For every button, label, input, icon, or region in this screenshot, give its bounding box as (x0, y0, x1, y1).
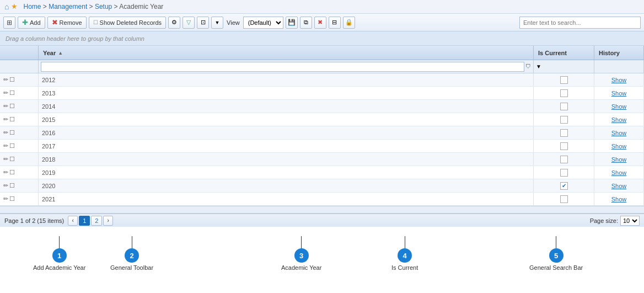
header-year[interactable]: Year ▲ (39, 46, 534, 60)
nav-icons: ⌂ ★ (4, 2, 18, 11)
show-history-link[interactable]: Show (611, 143, 627, 150)
page-size-select[interactable]: 10 (620, 216, 640, 226)
copy-icon-btn[interactable]: ⧉ (300, 17, 312, 29)
history-cell: Show (594, 73, 644, 86)
select-icon[interactable]: ☐ (9, 142, 15, 150)
show-history-link[interactable]: Show (611, 90, 627, 97)
show-history-link[interactable]: Show (611, 103, 627, 110)
select-icon[interactable]: ☐ (9, 195, 15, 203)
iscurrent-checkbox[interactable]: ✔ (560, 182, 568, 190)
iscurrent-cell (534, 193, 594, 205)
dropdown-arrow-btn[interactable]: ▼ (211, 17, 223, 29)
show-deleted-button[interactable]: ☐ Show Deleted Records (89, 17, 167, 29)
search-input[interactable] (519, 17, 641, 29)
iscurrent-checkbox[interactable] (560, 103, 568, 110)
delete-view-icon-btn[interactable]: ✖ (314, 17, 326, 29)
show-history-link[interactable]: Show (611, 116, 627, 123)
year-filter-input[interactable] (41, 62, 524, 72)
iscurrent-checkbox[interactable] (560, 142, 568, 150)
iscurrent-checkbox[interactable] (560, 169, 568, 177)
sort-icon: ▲ (58, 50, 63, 56)
row-actions-cell: ✏ ☐ (0, 126, 39, 139)
annotation-3-label: Academic Year (281, 264, 321, 271)
header-iscurrent[interactable]: Is Current (534, 46, 594, 60)
page-2-button[interactable]: 2 (91, 216, 102, 226)
page-1-button[interactable]: 1 (79, 216, 90, 226)
add-button[interactable]: ✚ Add (18, 17, 45, 29)
save-icon-btn[interactable]: 💾 (286, 17, 298, 29)
iscurrent-cell (534, 126, 594, 139)
page-2-label: 2 (95, 217, 98, 224)
show-history-link[interactable]: Show (611, 196, 627, 203)
breadcrumb-current: Academic Year (119, 3, 163, 10)
iscurrent-filter-dropdown-icon[interactable]: ▼ (536, 63, 541, 70)
filter-icon-btn[interactable]: ▽ (183, 17, 195, 29)
history-cell: Show (594, 166, 644, 179)
show-history-link[interactable]: Show (611, 77, 627, 83)
row-actions-cell: ✏ ☐ (0, 153, 39, 166)
edit-icon[interactable]: ✏ (3, 76, 8, 83)
horizontal-scrollbar[interactable] (0, 206, 644, 214)
year-value: 2019 (42, 169, 55, 176)
table-row: ✏ ☐ 2015 Show (0, 113, 644, 126)
edit-icon[interactable]: ✏ (3, 156, 8, 163)
show-history-link[interactable]: Show (611, 183, 627, 189)
search-area (519, 17, 641, 29)
breadcrumb-setup[interactable]: Setup (95, 3, 112, 10)
annotation-1-label: Add Academic Year (33, 264, 85, 271)
breadcrumb-management[interactable]: Management (49, 3, 87, 10)
header-iscurrent-label: Is Current (538, 50, 567, 56)
select-icon[interactable]: ☐ (9, 103, 15, 110)
remove-label: Remove (60, 19, 82, 26)
edit-icon[interactable]: ✏ (3, 142, 8, 150)
history-cell: Show (594, 140, 644, 152)
header-history[interactable]: History (594, 46, 644, 60)
columns-icon-btn[interactable]: ⊟ (329, 17, 341, 29)
year-cell: 2013 (39, 87, 534, 99)
select-icon[interactable]: ☐ (9, 116, 15, 123)
show-history-link[interactable]: Show (611, 169, 627, 176)
select-icon[interactable]: ☐ (9, 89, 15, 97)
iscurrent-checkbox[interactable] (560, 195, 568, 203)
row-actions-cell: ✏ ☐ (0, 100, 39, 113)
iscurrent-checkbox[interactable] (560, 116, 568, 124)
breadcrumb-home[interactable]: Home (23, 3, 41, 10)
row-actions-cell: ✏ ☐ (0, 140, 39, 152)
select-icon[interactable]: ☐ (9, 156, 15, 163)
settings-icon-btn[interactable]: ⚙ (168, 17, 180, 29)
select-icon[interactable]: ☐ (9, 129, 15, 136)
edit-icon[interactable]: ✏ (3, 89, 8, 97)
iscurrent-checkbox[interactable] (560, 156, 568, 163)
iscurrent-checkbox[interactable] (560, 89, 568, 97)
group-bar: Drag a column header here to group by th… (0, 31, 644, 46)
edit-icon[interactable]: ✏ (3, 103, 8, 110)
iscurrent-checkbox[interactable] (560, 76, 568, 84)
show-history-link[interactable]: Show (611, 156, 627, 163)
annotation-5: 5 (549, 248, 564, 263)
iscurrent-checkbox[interactable] (560, 129, 568, 137)
show-history-link[interactable]: Show (611, 130, 627, 136)
edit-icon[interactable]: ✏ (3, 129, 8, 136)
edit-icon[interactable]: ✏ (3, 195, 8, 203)
select-icon[interactable]: ☐ (9, 169, 15, 176)
remove-icon: ✖ (52, 18, 58, 26)
remove-button[interactable]: ✖ Remove (47, 17, 87, 29)
iscurrent-cell: ✔ (534, 179, 594, 192)
export-icon-btn[interactable]: ⊡ (197, 17, 209, 29)
edit-icon[interactable]: ✏ (3, 116, 8, 123)
prev-page-button[interactable]: ‹ (68, 216, 78, 226)
grid-icon-btn[interactable]: ⊞ (3, 17, 15, 29)
page-info: Page 1 of 2 (15 items) (4, 217, 64, 224)
next-page-button[interactable]: › (103, 216, 113, 226)
edit-icon[interactable]: ✏ (3, 169, 8, 176)
table-row: ✏ ☐ 2017 Show (0, 140, 644, 153)
view-select[interactable]: (Default) (243, 17, 283, 29)
year-cell: 2012 (39, 73, 534, 86)
select-icon[interactable]: ☐ (9, 76, 15, 83)
edit-icon[interactable]: ✏ (3, 182, 8, 189)
year-cell: 2014 (39, 100, 534, 113)
select-icon[interactable]: ☐ (9, 182, 15, 189)
lock-icon-btn[interactable]: 🔒 (343, 17, 355, 29)
history-cell: Show (594, 179, 644, 192)
history-cell: Show (594, 100, 644, 113)
